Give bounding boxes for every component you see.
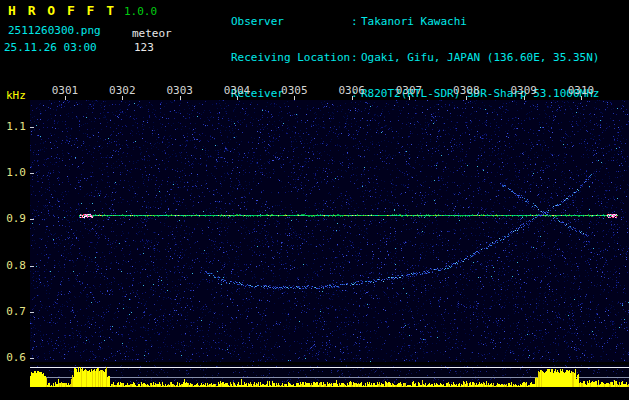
spectrogram-canvas [30, 100, 629, 387]
y-tick-label: 0.7 [4, 305, 26, 318]
y-tick-label: 1.0 [4, 166, 26, 179]
info-value: Ogaki, Gifu, JAPAN (136.60E, 35.35N) [361, 51, 599, 64]
y-axis: kHz 1.11.00.90.80.70.6 [0, 0, 30, 400]
y-axis-unit: kHz [6, 89, 26, 102]
y-tick-label: 1.1 [4, 120, 26, 133]
info-row-location: Receiving Location:Ogaki, Gifu, JAPAN (1… [178, 40, 599, 76]
info-value: Takanori Kawachi [361, 15, 467, 28]
info-colon: : [351, 52, 361, 64]
y-tick-label: 0.8 [4, 259, 26, 272]
x-axis: 0301030203030304030503060307030803090310 [0, 84, 629, 100]
hrofft-screen: H R O F F T 1.0.0 2511260300.png meteor … [0, 0, 629, 400]
info-row-observer: Observer:Takanori Kawachi [178, 4, 599, 40]
info-colon: : [351, 16, 361, 28]
mode-label: meteor [132, 27, 172, 40]
info-label: Receiving Location [231, 52, 351, 64]
info-label: Observer [231, 16, 351, 28]
app-version: 1.0.0 [124, 5, 157, 18]
echo-count: 123 [134, 41, 154, 54]
y-tick-label: 0.9 [4, 212, 26, 225]
y-tick-label: 0.6 [4, 351, 26, 364]
